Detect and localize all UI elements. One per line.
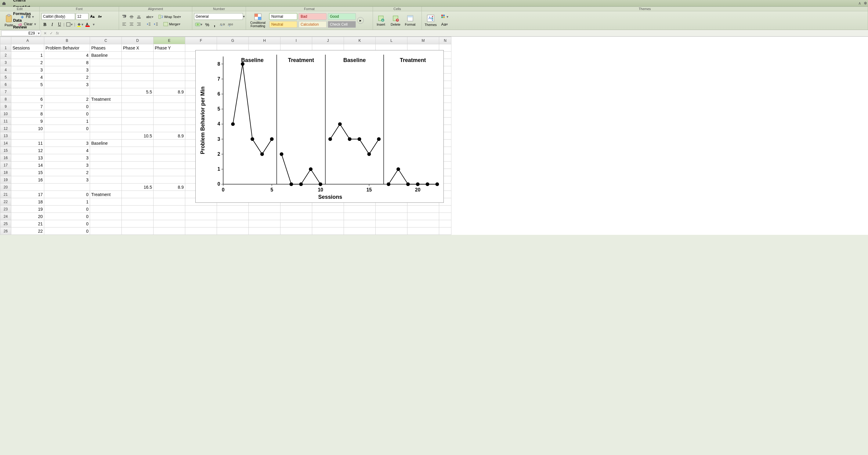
cell[interactable] [376, 213, 407, 220]
comma-button[interactable]: , [211, 21, 218, 28]
cell[interactable]: 2 [44, 96, 90, 103]
cell[interactable] [154, 161, 185, 169]
cell[interactable] [312, 206, 344, 213]
grow-font-button[interactable]: A▴ [89, 13, 96, 20]
row-header[interactable]: 23 [0, 206, 11, 213]
cell[interactable] [90, 59, 122, 66]
cell[interactable] [154, 220, 185, 228]
cell[interactable] [122, 52, 154, 59]
row-header[interactable]: 20 [0, 184, 11, 191]
cell[interactable] [280, 228, 312, 235]
increase-decimal-button[interactable]: .0.00 [219, 21, 226, 28]
cell[interactable]: 11 [11, 140, 44, 147]
cell[interactable] [122, 213, 154, 220]
cell[interactable] [154, 147, 185, 154]
increase-indent-button[interactable] [153, 21, 159, 28]
cell[interactable] [439, 228, 452, 235]
italic-button[interactable]: I [49, 21, 56, 28]
delete-cells-button[interactable]: × Delete [390, 12, 402, 29]
cell[interactable] [185, 206, 217, 213]
col-header-J[interactable]: J [312, 37, 344, 44]
cell[interactable] [90, 147, 122, 154]
cell[interactable]: 3 [44, 66, 90, 73]
cancel-formula-button[interactable]: ✕ [42, 31, 48, 36]
cell[interactable]: 17 [11, 191, 44, 198]
cell[interactable] [90, 206, 122, 213]
cell[interactable]: 3 [11, 66, 44, 73]
col-header-H[interactable]: H [249, 37, 280, 44]
cell[interactable]: 2 [11, 59, 44, 66]
collapse-ribbon-icon[interactable]: ∧ [857, 1, 863, 5]
col-header-I[interactable]: I [280, 37, 312, 44]
cell[interactable]: Treatment [90, 96, 122, 103]
cell[interactable] [439, 213, 452, 220]
cell[interactable] [90, 81, 122, 88]
align-top-button[interactable] [121, 13, 128, 20]
cell[interactable] [122, 191, 154, 198]
cell[interactable] [122, 103, 154, 110]
row-header[interactable]: 26 [0, 228, 11, 235]
cell[interactable] [122, 147, 154, 154]
cell[interactable] [217, 213, 249, 220]
cell[interactable] [376, 206, 407, 213]
cell[interactable] [217, 220, 249, 228]
cell[interactable] [90, 169, 122, 176]
cell[interactable] [407, 206, 439, 213]
row-header[interactable]: 25 [0, 220, 11, 228]
cell[interactable] [154, 191, 185, 198]
cell[interactable] [90, 110, 122, 118]
cell[interactable]: 3 [44, 176, 90, 184]
cell[interactable] [90, 73, 122, 81]
cell[interactable] [249, 213, 280, 220]
cell[interactable] [154, 125, 185, 132]
cell[interactable]: Sessions [11, 44, 44, 52]
align-middle-button[interactable] [128, 13, 135, 20]
cell[interactable] [185, 213, 217, 220]
cell[interactable] [154, 66, 185, 73]
row-header[interactable]: 12 [0, 125, 11, 132]
cell[interactable] [90, 220, 122, 228]
style-bad[interactable]: Bad [299, 13, 327, 20]
cell[interactable] [376, 228, 407, 235]
embedded-chart[interactable]: 01234567805101520BaselineTreatmentBaseli… [195, 50, 444, 203]
cell[interactable] [217, 206, 249, 213]
cell[interactable] [217, 228, 249, 235]
style-good[interactable]: Good [328, 13, 356, 20]
select-all-corner[interactable] [0, 37, 11, 44]
cell[interactable]: 8 [44, 59, 90, 66]
cell[interactable] [122, 73, 154, 81]
decrease-decimal-button[interactable]: .00.0 [226, 21, 234, 28]
cell[interactable] [376, 220, 407, 228]
worksheet-grid[interactable]: ABCDEFGHIJKLMN1SessionsProblem BehaviorP… [0, 37, 868, 235]
cell[interactable]: 0 [44, 220, 90, 228]
tab-charts[interactable]: Charts [7, 0, 37, 3]
cell[interactable] [122, 206, 154, 213]
cell[interactable] [154, 52, 185, 59]
cell[interactable]: 3 [44, 154, 90, 161]
cell[interactable]: 15 [11, 169, 44, 176]
cell[interactable] [154, 118, 185, 125]
cell[interactable] [312, 213, 344, 220]
row-header[interactable]: 18 [0, 169, 11, 176]
cell[interactable] [154, 154, 185, 161]
cell[interactable] [90, 228, 122, 235]
cell[interactable] [154, 198, 185, 206]
col-header-M[interactable]: M [407, 37, 439, 44]
cell[interactable]: 19 [11, 206, 44, 213]
cell[interactable] [154, 59, 185, 66]
cell[interactable]: 16.5 [122, 184, 154, 191]
align-right-button[interactable] [135, 21, 142, 28]
fx-button[interactable]: fx [54, 31, 60, 36]
cell[interactable] [11, 88, 44, 96]
cell[interactable] [280, 220, 312, 228]
shrink-font-button[interactable]: A▾ [96, 13, 103, 20]
cell[interactable] [90, 184, 122, 191]
insert-cells-button[interactable]: + Insert [375, 12, 387, 29]
cell[interactable] [280, 213, 312, 220]
underline-button[interactable]: U [56, 21, 63, 28]
cell[interactable]: 6 [11, 96, 44, 103]
row-header[interactable]: 3 [0, 59, 11, 66]
cell[interactable]: 0 [44, 213, 90, 220]
cell[interactable] [154, 96, 185, 103]
align-left-button[interactable] [121, 21, 128, 28]
